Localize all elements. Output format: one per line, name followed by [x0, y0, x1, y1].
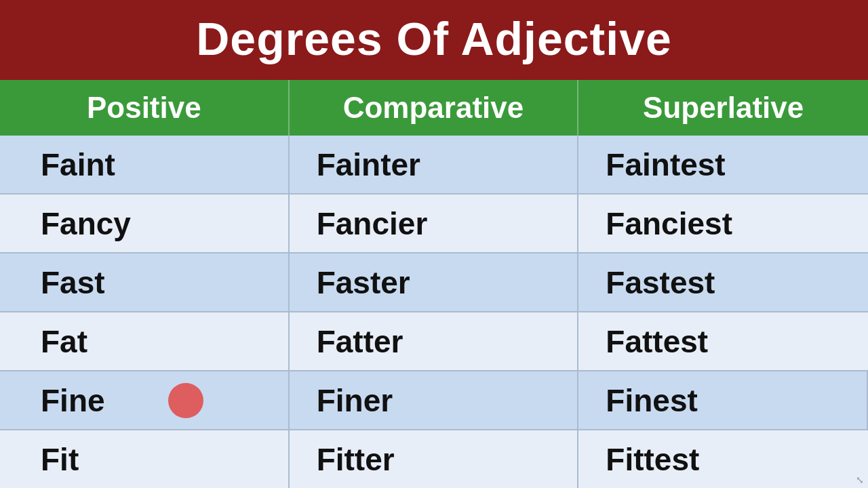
cell-comparative: Finer [290, 371, 579, 429]
cell-comparative: Fainter [290, 136, 579, 193]
cell-positive: Fancy [0, 195, 290, 252]
cell-comparative: Faster [290, 253, 579, 311]
adjective-table: Positive Comparative Superlative FaintFa… [0, 80, 868, 488]
cell-superlative: Fittest [578, 430, 868, 488]
table-row: FancyFancierFanciest [0, 195, 868, 253]
cell-superlative: Fanciest [578, 195, 868, 252]
cell-superlative: Faintest [578, 136, 868, 193]
cell-superlative: Finest [578, 371, 868, 429]
cell-positive: Fine [0, 371, 290, 429]
cell-comparative: Fancier [290, 195, 579, 252]
cell-positive: Fast [0, 253, 290, 311]
data-rows: FaintFainterFaintestFancyFancierFanciest… [0, 136, 868, 488]
page-title: Degrees Of Adjective [0, 0, 868, 80]
table-row: FastFasterFastest [0, 253, 868, 312]
cell-positive: Faint [0, 136, 290, 193]
cell-positive: Fat [0, 312, 290, 370]
col-header-superlative: Superlative [578, 80, 868, 136]
cell-positive: Fit [0, 430, 290, 488]
col-header-comparative: Comparative [290, 80, 579, 136]
column-header-row: Positive Comparative Superlative [0, 80, 868, 136]
page-wrapper: Degrees Of Adjective Positive Comparativ… [0, 0, 868, 488]
cell-superlative: Fattest [578, 312, 868, 370]
cell-superlative: Fastest [578, 253, 868, 311]
table-row: FatFatterFattest [0, 312, 868, 371]
cell-comparative: Fatter [290, 312, 579, 370]
cell-comparative: Fitter [290, 430, 579, 488]
table-row: FaintFainterFaintest [0, 136, 868, 195]
col-header-positive: Positive [0, 80, 290, 136]
table-row: FineFinerFinest [0, 371, 868, 430]
resize-icon: ⤡ [856, 474, 864, 485]
table-row: FitFitterFittest [0, 430, 868, 488]
